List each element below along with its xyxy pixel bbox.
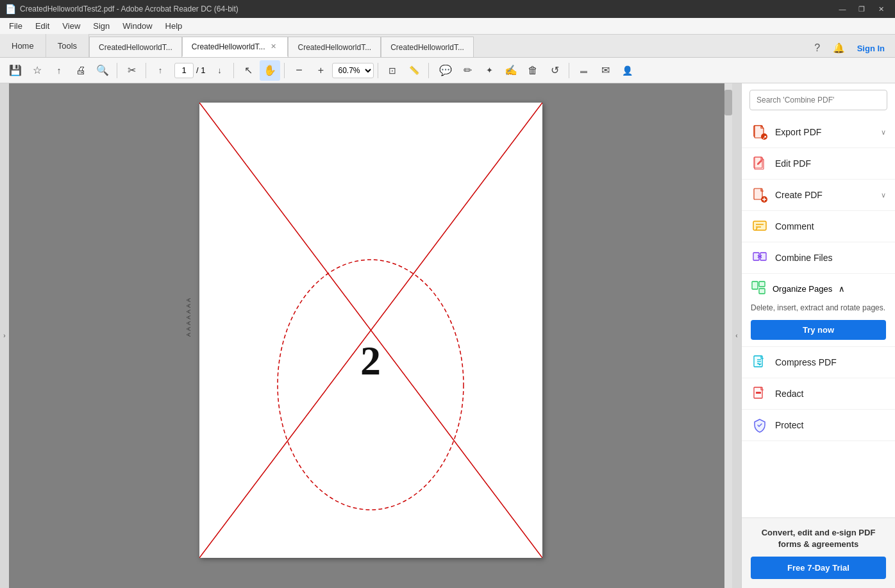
tool-protect[interactable]: Protect: [742, 410, 895, 441]
undo-button[interactable]: ↺: [544, 60, 565, 81]
svg-rect-15: [760, 253, 766, 260]
right-panel-toggle[interactable]: ‹: [732, 83, 741, 588]
doc-tab-4[interactable]: CreatedHelloworldT...: [381, 37, 474, 57]
tool-edit-pdf[interactable]: Edit PDF: [742, 148, 895, 180]
help-button[interactable]: ?: [808, 39, 826, 57]
edit-pdf-label: Edit PDF: [775, 158, 886, 169]
combine-files-label: Combine Files: [775, 253, 886, 263]
pencil-button[interactable]: ✏: [457, 60, 478, 81]
measure-button[interactable]: 📏: [404, 60, 424, 81]
svg-rect-18: [759, 289, 765, 294]
organize-pages-label: Organize Pages: [773, 284, 832, 294]
comment-label: Comment: [775, 221, 886, 231]
tab-home[interactable]: Home: [0, 34, 46, 57]
export-pdf-label: Export PDF: [775, 127, 874, 137]
bookmark-button[interactable]: ☆: [27, 60, 47, 81]
trash-button[interactable]: 🗑: [523, 60, 543, 81]
divider-5: [378, 63, 378, 78]
menu-view[interactable]: View: [56, 19, 87, 33]
print-button[interactable]: 🖨: [71, 60, 91, 81]
tool-comment[interactable]: Comment: [742, 211, 895, 242]
free-trial-button[interactable]: Free 7-Day Trial: [751, 557, 886, 579]
page-input[interactable]: [174, 63, 194, 78]
stamp-button[interactable]: ✦: [479, 60, 499, 81]
tools-search-input[interactable]: [749, 90, 887, 110]
minimize-button[interactable]: —: [833, 0, 851, 18]
tool-create-pdf[interactable]: Create PDF ∨: [742, 180, 895, 211]
organize-pages-icon: [751, 280, 766, 298]
divider-6: [428, 63, 429, 78]
account-button[interactable]: 👤: [617, 60, 637, 81]
divider-3: [233, 63, 234, 78]
prev-page-button[interactable]: ↑: [150, 60, 171, 81]
doc-tab-2-close[interactable]: ✕: [269, 42, 278, 51]
divider-1: [117, 63, 117, 78]
hand-tool-button[interactable]: ✋: [260, 60, 280, 81]
protect-icon: [751, 416, 769, 434]
page-separator: / 1: [196, 65, 205, 75]
left-panel-toggle[interactable]: ›: [0, 83, 9, 588]
comment-button[interactable]: 💬: [435, 60, 456, 81]
protect-label: Protect: [775, 420, 886, 430]
svg-rect-14: [753, 253, 759, 260]
maximize-button[interactable]: ❐: [853, 0, 871, 18]
annotation-tools: 💬 ✏ ✦ ✍ 🗑 ↺: [435, 60, 565, 81]
create-pdf-icon: [751, 186, 769, 204]
pdf-viewer[interactable]: 2 AAAAAAA: [9, 83, 732, 588]
scrollbar-thumb[interactable]: [724, 90, 732, 115]
menu-sign[interactable]: Sign: [87, 19, 116, 33]
next-page-button[interactable]: ↓: [209, 60, 230, 81]
organize-pages-chevron[interactable]: ∧: [839, 284, 845, 294]
organize-pages-header[interactable]: Organize Pages ∧: [751, 280, 886, 298]
vertical-text: AAAAAAA: [185, 296, 192, 337]
tab-tools[interactable]: Tools: [46, 34, 89, 57]
export-pdf-chevron: ∨: [881, 128, 886, 137]
save-button[interactable]: 💾: [5, 60, 26, 81]
tool-compress-pdf[interactable]: Compress PDF: [742, 347, 895, 378]
organize-try-now-button[interactable]: Try now: [751, 320, 886, 340]
sign-in-button[interactable]: Sign In: [852, 41, 890, 56]
menubar: File Edit View Sign Window Help: [0, 18, 895, 35]
find-button[interactable]: 🔍: [92, 60, 113, 81]
doc-tab-3[interactable]: CreatedHelloworldT...: [288, 37, 381, 57]
right-panel: ↗ Export PDF ∨ Edit PDF Create PDF ∨ Com: [741, 83, 895, 588]
email-button[interactable]: ✉: [595, 60, 615, 81]
comment-icon: [751, 217, 769, 235]
promo-section: Convert, edit and e-sign PDF forms & agr…: [742, 517, 895, 588]
tool-export-pdf[interactable]: ↗ Export PDF ∨: [742, 117, 895, 148]
fit-button[interactable]: ⊡: [382, 60, 403, 81]
redact-icon: [751, 385, 769, 403]
menu-file[interactable]: File: [3, 19, 29, 33]
notifications-button[interactable]: 🔔: [830, 39, 848, 57]
divider-4: [284, 63, 285, 78]
titlebar: 📄 CreatedHelloworldTest2.pdf - Adobe Acr…: [0, 0, 895, 18]
create-pdf-label: Create PDF: [775, 190, 874, 200]
menu-help[interactable]: Help: [159, 19, 189, 33]
menu-window[interactable]: Window: [116, 19, 158, 33]
doc-tab-2[interactable]: CreatedHelloworldT... ✕: [182, 37, 289, 57]
zoom-in-button[interactable]: +: [310, 60, 331, 81]
tabsbar: Home Tools CreatedHelloworldT... Created…: [0, 35, 895, 58]
organize-pages-desc: Delete, insert, extract and rotate pages…: [751, 303, 886, 314]
share-button[interactable]: ↑: [49, 60, 69, 81]
doc-tab-1[interactable]: CreatedHelloworldT...: [89, 37, 182, 57]
select-tool-button[interactable]: ↖: [238, 60, 258, 81]
divider-7: [569, 63, 569, 78]
tool-redact[interactable]: Redact: [742, 378, 895, 410]
tool-combine-files[interactable]: Combine Files: [742, 242, 895, 274]
compress-pdf-icon: [751, 353, 769, 371]
svg-rect-11: [753, 221, 766, 230]
app-icon: 📄: [5, 4, 16, 14]
close-button[interactable]: ✕: [872, 0, 890, 18]
svg-point-2: [278, 260, 464, 510]
redact-toolbar-button[interactable]: ▬: [573, 60, 594, 81]
zoom-out-button[interactable]: −: [289, 60, 309, 81]
redact-label: Redact: [775, 389, 886, 399]
menu-edit[interactable]: Edit: [29, 19, 56, 33]
cut-button[interactable]: ✂: [121, 60, 142, 81]
svg-rect-17: [759, 281, 765, 287]
vertical-scrollbar[interactable]: [724, 83, 732, 588]
highlight-button[interactable]: ✍: [501, 60, 521, 81]
zoom-select[interactable]: 60.7% 50% 75% 100% 125% 150%: [332, 63, 374, 78]
export-pdf-icon: ↗: [751, 123, 769, 141]
